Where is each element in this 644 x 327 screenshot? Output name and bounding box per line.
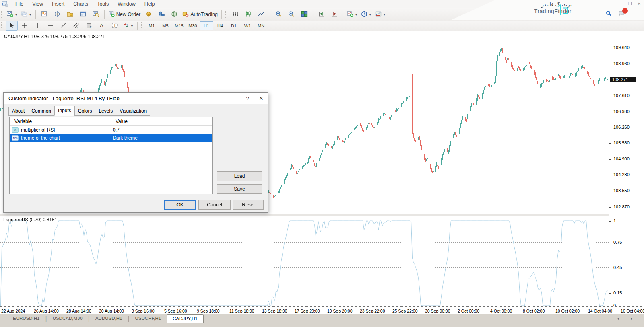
timeframe-mn[interactable]: MN	[255, 21, 268, 30]
dialog-tab-levels[interactable]: Levels	[95, 107, 116, 116]
arrows-button[interactable]: ▼	[122, 21, 135, 31]
bar-chart-button[interactable]	[229, 10, 242, 19]
timeframe-h4[interactable]: H4	[214, 21, 227, 30]
templates-button[interactable]: ▼	[374, 10, 387, 19]
timeframe-m1[interactable]: M1	[145, 21, 158, 30]
channel-button[interactable]: e	[70, 21, 82, 31]
chevron-down-icon[interactable]: ▼	[383, 13, 386, 16]
time-tick: 3 Sep 16:00	[132, 308, 155, 313]
chart-tab-usdcad-m30[interactable]: USDCAD,M30	[47, 314, 88, 322]
timeframe-m15[interactable]: M15	[173, 21, 186, 30]
chart-tab-usdchf-h1[interactable]: USDCHF,H1	[130, 314, 167, 322]
close-button[interactable]: ✕	[637, 2, 642, 6]
inputs-table[interactable]: Variable Value ½multiplier of RSI0.7123t…	[9, 117, 213, 194]
auto-scroll-button[interactable]	[316, 10, 328, 19]
community-button[interactable]	[155, 10, 167, 19]
dialog-tab-colors[interactable]: Colors	[74, 107, 96, 116]
market-watch-button[interactable]	[38, 10, 50, 19]
toolbar-grip[interactable]	[141, 22, 144, 29]
profiles-button[interactable]: ▼	[20, 10, 33, 19]
tab-scroll-arrows[interactable]: ◂ ▸	[617, 317, 638, 321]
chevron-down-icon[interactable]: ▼	[355, 13, 358, 16]
menu-view[interactable]: View	[28, 0, 47, 8]
indicator-tick: 0.75	[613, 240, 622, 245]
ok-button[interactable]: OK	[164, 200, 196, 210]
autotrading-button[interactable]: AutoTrading	[181, 10, 219, 19]
timeframe-h1[interactable]: H1	[200, 21, 213, 30]
variable-value[interactable]: Dark theme	[108, 135, 138, 141]
horizontal-line-button[interactable]	[44, 21, 56, 31]
vertical-line-button[interactable]	[31, 21, 43, 31]
indicators-button[interactable]: ▼	[346, 10, 359, 19]
restore-button[interactable]: ❐	[627, 2, 632, 6]
zoom-in-button[interactable]	[272, 10, 285, 19]
dialog-tab-inputs[interactable]: Inputs	[54, 106, 75, 116]
indicator-label: LaguerreRSI(0.70) 0.8181	[3, 217, 57, 222]
trendline-button[interactable]	[57, 21, 69, 31]
minimize-button[interactable]: —	[618, 2, 623, 6]
text-label-button[interactable]: T	[109, 21, 121, 31]
chevron-down-icon[interactable]: ▼	[14, 13, 18, 16]
notifications-icon[interactable]: 1	[618, 10, 625, 18]
dialog-tab-about[interactable]: About	[8, 107, 28, 116]
dialog-tab-visualization[interactable]: Visualization	[116, 107, 150, 116]
toolbar-grip[interactable]	[1, 11, 4, 18]
variable-value[interactable]: 0.7	[108, 127, 120, 133]
indicator-pane[interactable]: LaguerreRSI(0.70) 0.8181	[0, 216, 609, 306]
periods-button[interactable]: ▼	[360, 10, 373, 19]
menu-help[interactable]: Help	[140, 0, 159, 8]
chart-shift-button[interactable]	[328, 10, 341, 19]
toolbar-separator	[104, 10, 105, 19]
toolbar-grip[interactable]	[1, 22, 4, 29]
text-icon: A	[99, 22, 105, 30]
menu-window[interactable]: Window	[113, 0, 140, 8]
search-icon[interactable]	[606, 10, 612, 18]
timeframe-m5[interactable]: M5	[159, 21, 172, 30]
news-icon	[171, 11, 178, 19]
price-axis[interactable]: 109.640108.960107.610106.930106.260105.5…	[609, 31, 644, 306]
zoom-out-icon	[288, 11, 295, 19]
dialog-tab-common[interactable]: Common	[28, 107, 55, 116]
menu-charts[interactable]: Charts	[69, 0, 93, 8]
chart-tab-audusd-h1[interactable]: AUDUSD,H1	[90, 314, 128, 322]
timeframe-w1[interactable]: W1	[241, 21, 254, 30]
new-chart-button[interactable]: ▼	[6, 10, 19, 19]
market-button[interactable]	[142, 10, 155, 19]
terminal-button[interactable]	[77, 10, 89, 19]
chevron-down-icon[interactable]: ▼	[369, 13, 372, 16]
vertical-line-icon	[34, 22, 41, 30]
timeframe-m30[interactable]: M30	[186, 21, 199, 30]
reset-button[interactable]: Reset	[233, 200, 264, 210]
toolbar-grip[interactable]	[225, 11, 228, 18]
menu-insert[interactable]: Insert	[47, 0, 69, 8]
dialog-title-bar[interactable]: Custom Indicator - Laguerre_RSI MT4 By T…	[4, 93, 268, 104]
zoom-out-button[interactable]	[285, 10, 297, 19]
new-order-button[interactable]: New Order	[107, 10, 142, 19]
data-window-button[interactable]	[51, 10, 63, 19]
indicator-canvas[interactable]	[0, 216, 609, 306]
candlestick-chart-button[interactable]	[242, 10, 254, 19]
crosshair-button[interactable]	[19, 21, 31, 31]
text-button[interactable]: A	[96, 21, 108, 31]
cursor-button[interactable]	[6, 21, 18, 31]
tile-windows-button[interactable]	[298, 10, 310, 19]
chart-tab-cadjpy-h1[interactable]: CADJPY,H1	[167, 314, 204, 323]
dialog-help-button[interactable]: ?	[241, 95, 254, 101]
fibonacci-button[interactable]: F	[83, 21, 95, 31]
cancel-button[interactable]: Cancel	[198, 200, 231, 210]
dialog-close-icon[interactable]: ✕	[254, 95, 268, 101]
navigator-button[interactable]	[64, 10, 76, 19]
timeframe-d1[interactable]: D1	[227, 21, 240, 30]
news-button[interactable]	[168, 10, 180, 19]
menu-file[interactable]: File	[11, 0, 28, 8]
time-axis[interactable]: 22 Aug 202426 Aug 14:0028 Aug 14:0030 Au…	[0, 306, 644, 315]
chevron-down-icon[interactable]: ▼	[29, 13, 32, 16]
load-button[interactable]: Load	[217, 171, 262, 181]
line-chart-button[interactable]	[255, 10, 267, 19]
chevron-down-icon[interactable]: ▼	[130, 24, 134, 28]
time-tick: 22 Aug 2024	[1, 308, 25, 313]
menu-tools[interactable]: Tools	[93, 0, 113, 8]
chart-tab-eurusd-h1[interactable]: EURUSD,H1	[7, 314, 45, 322]
save-button[interactable]: Save	[217, 184, 262, 194]
strategy-tester-button[interactable]	[90, 10, 102, 19]
